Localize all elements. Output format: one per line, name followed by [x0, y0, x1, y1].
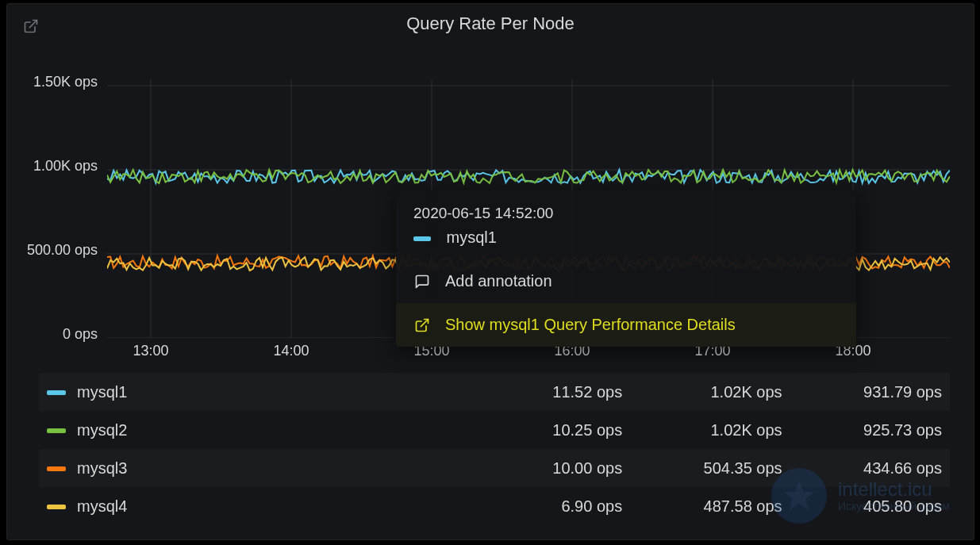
tooltip-timestamp: 2020-06-15 14:52:00 — [413, 205, 839, 222]
panel-title: Query Rate Per Node — [7, 4, 974, 39]
legend-value: 6.90 ops — [294, 487, 630, 525]
x-tick: 13:00 — [133, 343, 168, 359]
legend-row[interactable]: mysql46.90 ops487.58 ops405.80 ops — [39, 487, 950, 525]
datapoint-context-menu: 2020-06-15 14:52:00 mysql1 Add annotatio… — [396, 190, 856, 347]
legend-series-name: mysql2 — [77, 421, 127, 439]
external-link-icon[interactable] — [23, 18, 39, 34]
legend-swatch — [47, 505, 66, 509]
svg-line-0 — [29, 21, 37, 28]
legend-value: 434.66 ops — [790, 449, 950, 487]
external-link-icon — [413, 317, 431, 333]
y-tick: 0 ops — [63, 326, 98, 343]
tooltip-series-name: mysql1 — [447, 228, 497, 246]
legend-series-name: mysql4 — [77, 497, 127, 515]
menu-add-annotation-label: Add annotation — [445, 272, 552, 290]
legend-value: 487.58 ops — [630, 487, 790, 525]
legend-row[interactable]: mysql210.25 ops1.02K ops925.73 ops — [39, 411, 950, 449]
tooltip-header: 2020-06-15 14:52:00 mysql1 — [396, 190, 856, 259]
menu-show-details-label: Show mysql1 Query Performance Details — [445, 316, 736, 334]
x-tick: 14:00 — [273, 343, 309, 359]
legend-value: 405.80 ops — [790, 487, 950, 525]
menu-show-details[interactable]: Show mysql1 Query Performance Details — [396, 303, 856, 347]
y-tick: 500.00 ops — [27, 242, 98, 259]
legend-value: 925.73 ops — [790, 411, 950, 449]
legend-value: 10.00 ops — [294, 449, 630, 487]
legend-value: 504.35 ops — [630, 449, 790, 487]
y-axis-labels: 1.50K ops 1.00K ops 500.00 ops 0 ops — [7, 75, 102, 337]
legend-swatch — [47, 466, 66, 471]
legend-series-name: mysql3 — [77, 459, 127, 477]
legend-row[interactable]: mysql310.00 ops504.35 ops434.66 ops — [39, 449, 950, 487]
svg-line-11 — [421, 319, 428, 326]
panel-query-rate: Query Rate Per Node 1.50K ops 1.00K ops … — [6, 3, 974, 540]
tooltip-series: mysql1 — [413, 228, 839, 247]
legend-value: 11.52 ops — [294, 373, 630, 411]
legend-value: 10.25 ops — [294, 411, 630, 449]
menu-add-annotation[interactable]: Add annotation — [396, 259, 856, 303]
y-tick: 1.50K ops — [33, 74, 98, 90]
legend-row[interactable]: mysql111.52 ops1.02K ops931.79 ops — [39, 373, 950, 411]
legend-value: 1.02K ops — [630, 411, 790, 449]
legend-series-name: mysql1 — [77, 383, 127, 401]
legend-value: 1.02K ops — [630, 373, 790, 411]
legend-value: 931.79 ops — [790, 373, 950, 411]
legend-swatch — [47, 390, 66, 395]
tooltip-swatch — [413, 236, 431, 241]
comment-icon — [413, 274, 431, 290]
legend-table: mysql111.52 ops1.02K ops931.79 opsmysql2… — [39, 373, 950, 525]
legend-swatch — [47, 428, 66, 433]
y-tick: 1.00K ops — [33, 158, 98, 175]
